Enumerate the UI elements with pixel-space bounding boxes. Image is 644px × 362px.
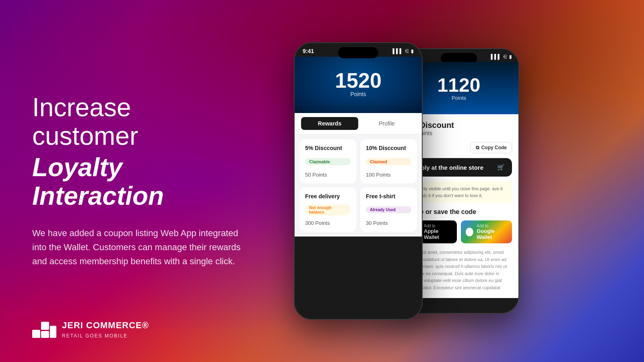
coupon-card-3[interactable]: Free delivery Not enough balance 300 Poi… xyxy=(299,187,356,232)
phone1-icons: ▌▌▌ ∈ ▮ xyxy=(392,48,414,54)
main-content: Increase customer Loyalty Interaction We… xyxy=(0,0,644,362)
body-text: We have added a coupon listing Web App i… xyxy=(32,226,242,269)
coupon-badge-2: Claimed xyxy=(366,158,411,165)
cart-icon: 🛒 xyxy=(497,164,505,171)
wifi-icon: ∈ xyxy=(405,48,409,54)
google-wallet-button[interactable]: G Add to Google Wallet xyxy=(461,220,512,243)
copy-icon: ⧉ xyxy=(476,145,479,150)
coupon-title-1: 5% Disccount xyxy=(305,145,351,151)
signal-icon-2: ▌▌▌ xyxy=(491,54,501,60)
coupon-badge-1: Claimable xyxy=(305,158,351,165)
phone1-points: 1520 Points xyxy=(335,70,382,97)
copy-button-text: Copy Code xyxy=(481,145,507,150)
headline-1: Increase customer xyxy=(32,93,242,150)
tagline: RETAIL GOES MOBILE xyxy=(62,333,128,339)
phone2-points-label: Points xyxy=(452,95,466,101)
dynamic-island-1 xyxy=(338,47,378,58)
left-panel: Increase customer Loyalty Interaction We… xyxy=(0,69,274,292)
phone1-points-number: 1520 xyxy=(335,70,382,91)
phone2-icons: ▌▌▌ ∈ ▮ xyxy=(491,54,512,60)
svg-rect-2 xyxy=(41,331,49,338)
logo-icon xyxy=(32,318,56,342)
battery-icon-2: ▮ xyxy=(509,54,512,60)
apple-wallet-name: Apple Wallet xyxy=(424,228,452,240)
google-add-to-label: Add to xyxy=(477,224,507,228)
coupon-points-1: 50 Points xyxy=(305,172,351,178)
hero-wave xyxy=(295,97,422,113)
coupon-title-2: 10% Disccount xyxy=(366,145,411,151)
apply-button-text: Apply at the online store xyxy=(413,164,483,171)
battery-icon: ▮ xyxy=(411,48,414,54)
coupon-title-3: Free delivery xyxy=(305,193,351,200)
coupon-points-4: 30 Points xyxy=(366,220,411,226)
logo: JERI COMMERCE® RETAIL GOES MOBILE xyxy=(32,318,149,342)
signal-icon: ▌▌▌ xyxy=(392,48,403,54)
google-icon: G xyxy=(466,228,473,237)
coupon-card-1[interactable]: 5% Disccount Claimable 50 Points xyxy=(299,139,356,183)
svg-rect-0 xyxy=(32,330,40,338)
tab-profile[interactable]: Profile xyxy=(358,117,415,130)
phone1-tabs: Rewards Profile xyxy=(295,113,422,134)
phone2-points-number: 1120 xyxy=(438,76,481,95)
coupon-card-4[interactable]: Free t-shirt Already Used 30 Points xyxy=(360,187,417,232)
apple-add-to-label: Add to xyxy=(424,224,452,228)
warning-text: e is only visible until you close this p… xyxy=(411,186,503,198)
coupon-points-3: 300 Points xyxy=(305,220,351,226)
phones-panel: 9:41 ▌▌▌ ∈ ▮ 1520 Points Rewards Profile xyxy=(274,0,644,362)
coupon-badge-3: Not enough balance xyxy=(305,204,351,216)
phone1-time: 9:41 xyxy=(303,48,314,54)
wifi-icon-2: ∈ xyxy=(503,54,507,60)
svg-rect-1 xyxy=(41,322,49,330)
svg-rect-3 xyxy=(50,326,56,338)
phone1-hero: 1520 Points xyxy=(295,57,422,113)
coupon-card-2[interactable]: 10% Disccount Claimed 100 Points xyxy=(360,139,417,183)
coupon-points-2: 100 Points xyxy=(366,172,411,178)
headline-2: Loyalty Interaction xyxy=(32,153,242,210)
coupon-grid: 5% Disccount Claimable 50 Points 10% Dis… xyxy=(295,134,422,237)
coupon-badge-4: Already Used xyxy=(366,206,411,213)
phone1-points-label: Points xyxy=(335,91,382,97)
phone-1: 9:41 ▌▌▌ ∈ ▮ 1520 Points Rewards Profile xyxy=(294,42,423,320)
logo-text: JERI COMMERCE® RETAIL GOES MOBILE xyxy=(62,320,149,339)
google-wallet-name: Google Wallet xyxy=(477,228,507,240)
brand-name: JERI COMMERCE® xyxy=(62,320,149,331)
coupon-title-4: Free t-shirt xyxy=(366,193,411,200)
copy-code-button[interactable]: ⧉ Copy Code xyxy=(471,142,512,153)
tab-rewards[interactable]: Rewards xyxy=(301,117,358,130)
